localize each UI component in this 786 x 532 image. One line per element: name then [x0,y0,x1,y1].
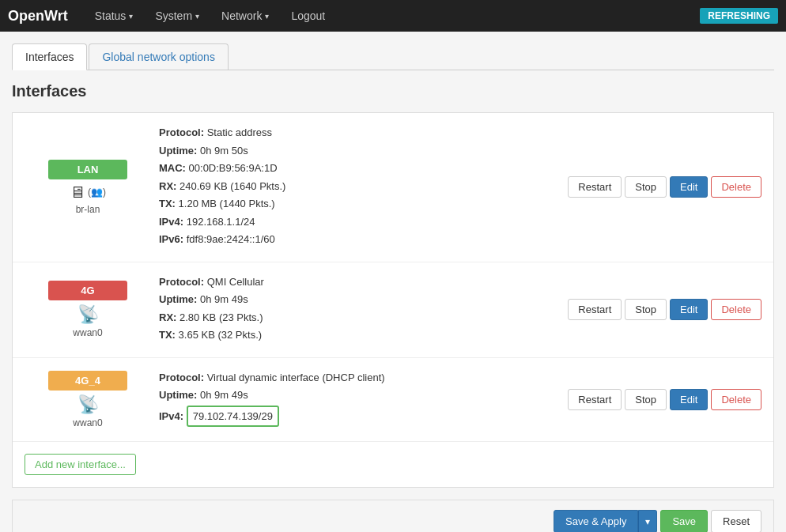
edit-button-lan[interactable]: Edit [670,176,708,198]
table-row: 4G 📡 wwan0 Protocol: QMI Cellular Uptime… [13,262,773,358]
save-apply-dropdown-button[interactable]: ▾ [638,510,657,532]
add-interface-row: Add new interface... [13,442,773,487]
iface-actions-lan: Restart Stop Edit Delete [540,176,761,198]
iface-actions-4g4: Restart Stop Edit Delete [540,389,761,410]
iface-device-name-4g: wwan0 [73,327,102,338]
edit-button-4g[interactable]: Edit [670,299,708,320]
iface-badge-4g4: 4G_4 [48,371,127,391]
save-apply-group: Save & Apply ▾ [554,510,657,532]
delete-button-4g[interactable]: Delete [711,299,761,320]
iface-details-4g4: Protocol: Virtual dynamic interface (DHC… [151,370,540,430]
refreshing-badge: REFRESHING [700,8,778,24]
iface-icon-lan: 🖥 (👥) [70,183,106,202]
chevron-down-icon: ▾ [129,12,133,21]
chevron-down-icon: ▾ [265,12,269,21]
nav-menu: Status ▾ System ▾ Network ▾ Logout [84,2,701,30]
stop-button-lan[interactable]: Stop [625,176,667,198]
table-row: LAN 🖥 (👥) br-lan Protocol: Static addres… [13,113,773,262]
nav-item-logout[interactable]: Logout [280,2,336,30]
interfaces-table: LAN 🖥 (👥) br-lan Protocol: Static addres… [12,112,774,488]
iface-badge-lan: LAN [48,160,127,179]
nav-item-network[interactable]: Network ▾ [210,2,280,30]
iface-actions-4g: Restart Stop Edit Delete [540,299,761,320]
page-title: Interfaces [12,82,774,100]
action-bar: Save & Apply ▾ Save Reset [12,500,774,532]
delete-button-4g4[interactable]: Delete [711,389,761,410]
nav-link-network[interactable]: Network ▾ [210,2,280,30]
restart-button-4g[interactable]: Restart [568,299,622,320]
save-button[interactable]: Save [660,510,708,532]
nav-link-status[interactable]: Status ▾ [84,2,145,30]
ipv4-highlight-badge: 79.102.74.139/29 [187,406,279,428]
iface-device-name-lan: br-lan [76,204,100,215]
add-interface-button[interactable]: Add new interface... [25,454,136,475]
iface-icon-4g4: 📡 [77,394,99,415]
delete-button-lan[interactable]: Delete [711,176,761,198]
nav-link-logout[interactable]: Logout [280,2,336,30]
nav-item-system[interactable]: System ▾ [144,2,210,30]
nav-item-status[interactable]: Status ▾ [84,2,145,30]
iface-left-lan: LAN 🖥 (👥) br-lan [25,160,151,215]
navbar: OpenWrt Status ▾ System ▾ Network ▾ Logo… [0,0,786,32]
iface-details-4g: Protocol: QMI Cellular Uptime: 0h 9m 49s… [151,274,540,345]
table-row: 4G_4 📡 wwan0 Protocol: Virtual dynamic i… [13,358,773,443]
brand-logo[interactable]: OpenWrt [8,8,68,25]
nav-link-system[interactable]: System ▾ [144,2,210,30]
edit-button-4g4[interactable]: Edit [670,389,708,410]
stop-button-4g4[interactable]: Stop [625,389,667,410]
tab-interfaces[interactable]: Interfaces [12,43,87,70]
save-apply-button[interactable]: Save & Apply [554,510,638,532]
iface-left-4g4: 4G_4 📡 wwan0 [25,371,151,428]
iface-device-name-4g4: wwan0 [73,417,102,428]
reset-button[interactable]: Reset [711,510,761,532]
chevron-down-icon: ▾ [195,12,199,21]
tab-bar: Interfaces Global network options [12,43,774,70]
iface-left-4g: 4G 📡 wwan0 [25,281,151,338]
tab-global-network-options[interactable]: Global network options [89,43,228,70]
iface-details-lan: Protocol: Static address Uptime: 0h 9m 5… [151,125,540,250]
iface-icon-4g: 📡 [77,304,99,325]
iface-badge-4g: 4G [48,281,127,300]
main-container: Interfaces Global network options Interf… [0,32,786,532]
restart-button-lan[interactable]: Restart [568,176,622,198]
restart-button-4g4[interactable]: Restart [568,389,622,410]
stop-button-4g[interactable]: Stop [625,299,667,320]
